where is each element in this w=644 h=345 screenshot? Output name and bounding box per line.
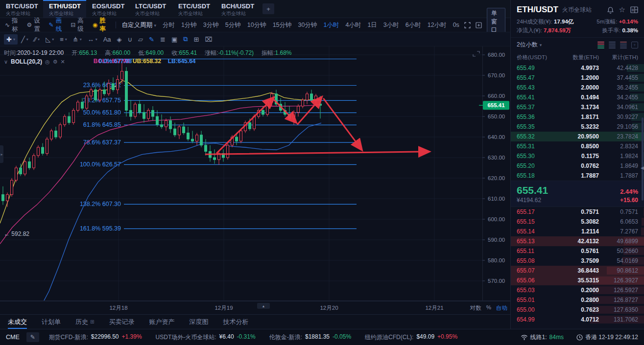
delete-tool[interactable]: ⌧ [202,34,215,45]
ask-row[interactable]: 655.3220.950023.7824 [511,132,644,141]
ask-row[interactable]: 655.410.149434.2455 [511,92,644,102]
book-mode-bid-icon[interactable] [620,42,627,48]
tab-深度图[interactable]: 深度图 [189,315,208,329]
scale-对数[interactable]: 对数 [470,304,481,312]
bid-row[interactable]: 655.1342.413249.6899 [511,236,644,246]
ask-row[interactable]: 655.494.997342.4428 [511,63,644,73]
ask-row[interactable]: 655.181.78871.7887 [511,171,644,181]
collapse-axis-button[interactable]: ▲ [257,303,270,309]
chevron-down-icon[interactable]: ▾ [26,37,28,42]
trend-line-tool[interactable]: ╱▾ [19,34,31,45]
decimal-dropdown[interactable]: 2位小数▾ [517,41,542,49]
ask-row[interactable]: 655.300.11751.9824 [511,151,644,161]
pair-tab-etc[interactable]: ETC/USDT火币全球站 [172,0,215,18]
period-30分钟[interactable]: 30分钟 [298,21,317,29]
period-3小时[interactable]: 3小时 [383,21,399,29]
parallel-channel-tool[interactable]: ∕∕▾ [32,34,42,45]
period-4小时[interactable]: 4小时 [345,21,361,29]
snapshot-tool[interactable]: ⊞ [191,34,202,45]
pair-tab-eos[interactable]: EOS/USDT火币全球站 [86,0,129,18]
favorite-star-icon[interactable]: ☆ [619,5,625,14]
period-10分钟[interactable]: 10分钟 [247,21,266,29]
chevron-down-icon[interactable]: ▾ [13,37,15,42]
pair-tab-bch[interactable]: BCH/USDT火币全球站 [215,0,259,18]
period-12小时[interactable]: 12小时 [428,21,447,29]
candlestick-chart[interactable]: 23.6% 665.1238.2% 657.7550.0% 651.8061.8… [0,46,510,301]
pair-tab-btc[interactable]: BTC/USDT火币全球站 [0,0,43,18]
tab-技术分析[interactable]: 技术分析 [223,315,248,329]
lock-tool[interactable]: ▣ [169,34,180,45]
settings-button[interactable]: ⚙设置 [27,17,41,33]
draw-line-button[interactable]: ✎画线 [49,17,63,33]
close-icon[interactable]: ✕ [61,59,65,65]
alert-bell-icon[interactable] [607,6,614,14]
ask-row[interactable]: 655.432.000036.2455 [511,83,644,92]
bid-row[interactable]: 655.000.7623127.6350 [511,305,644,315]
book-mode-ask-icon[interactable] [609,42,616,48]
magnet-tool[interactable]: ∪ [125,34,135,45]
chevron-down-icon[interactable]: ▾ [38,37,40,42]
custom-period-dropdown[interactable]: 自定义周期 ▾ [121,21,156,29]
chevron-down-icon[interactable]: ▾ [52,37,54,42]
chevron-down-icon[interactable]: ▾ [65,37,67,42]
horizontal-line-tool[interactable]: ≡▾ [57,34,70,45]
line-label[interactable]: 线路1: [530,333,547,342]
chart-area[interactable]: 23.6% 665.1238.2% 657.7550.0% 651.8061.8… [0,46,510,314]
pair-tab-ltc[interactable]: LTC/USDT火币全球站 [129,0,172,18]
bid-row[interactable]: 655.110.576150.2660 [511,246,644,256]
scale-%[interactable]: % [486,304,491,312]
tab-买卖记录[interactable]: 买卖记录 [109,315,134,329]
eye-icon[interactable]: ◎ [45,59,50,65]
tab-账户资产[interactable]: 账户资产 [149,315,174,329]
period-1日[interactable]: 1日 [367,21,377,29]
measure-tool[interactable]: ↔▾ [85,34,100,45]
indicator-settings-icon[interactable]: ⚙ [53,59,58,65]
pitchfork-tool[interactable]: ⋔▾ [71,34,84,45]
bookmark-tool[interactable]: ⧉ [181,34,190,45]
bid-row[interactable]: 655.170.75710.7571 [511,207,644,217]
fullscreen-icon[interactable] [464,22,471,28]
edit-ticker-icon[interactable]: ✎ [26,332,39,342]
period-1小时[interactable]: 1小时 [323,21,339,29]
ask-row[interactable]: 655.471.200037.4455 [511,73,644,83]
advanced-button[interactable]: ⊟高级 [71,17,85,33]
bid-row[interactable]: 655.010.2800126.8727 [511,295,644,305]
crosshair-tool[interactable]: ✚▾ [4,34,18,45]
period-3分钟[interactable]: 3分钟 [203,21,219,29]
add-pair-tab-button[interactable]: + [262,3,274,14]
bid-row[interactable]: 654.994.0712131.7062 [511,315,644,324]
indicator-button[interactable]: ∿指标 [5,17,19,33]
chevron-down-icon[interactable]: ∨ [4,59,8,65]
ask-row[interactable]: 655.355.323229.1056 [511,122,644,132]
period-1分钟[interactable]: 1分钟 [181,21,197,29]
collapse-corner-icon[interactable] [473,51,480,58]
ask-row[interactable]: 655.310.85002.8324 [511,141,644,151]
ask-row[interactable]: 655.361.817130.9227 [511,112,644,122]
book-mode-both-icon[interactable] [597,42,604,48]
eraser-tool[interactable]: ▱ [136,34,145,45]
angle-tool[interactable]: ◺▾ [43,34,56,45]
add-window-icon[interactable] [476,22,482,28]
bid-row[interactable]: 655.0736.844390.8612 [511,266,644,276]
win-rate-button[interactable]: ◉胜率 [93,17,107,33]
panel-scrollbar[interactable] [642,117,644,201]
chevron-down-icon[interactable]: ▾ [95,37,97,42]
ask-row[interactable]: 655.373.173434.0961 [511,102,644,112]
text-tool[interactable]: Aa [101,34,114,45]
brush-tool[interactable]: ◈ [115,34,124,45]
period-5分钟[interactable]: 5分钟 [225,21,241,29]
scale-自动[interactable]: 自动 [496,304,507,312]
left-pane-handle[interactable]: ▸ [0,145,3,163]
bid-row[interactable]: 655.0635.5315126.3927 [511,276,644,285]
ask-row[interactable]: 655.200.07621.8649 [511,161,644,171]
tab-计划单[interactable]: 计划单 [42,315,61,329]
layout-board-icon[interactable]: B [630,6,638,13]
bid-row[interactable]: 655.030.2000126.5927 [511,285,644,295]
bid-row[interactable]: 655.141.21147.2767 [511,227,644,236]
object-tree-tool[interactable]: ≣ [158,34,168,45]
period-6小时[interactable]: 6小时 [405,21,421,29]
bid-row[interactable]: 655.083.750954.0169 [511,256,644,266]
pair-tab-eth[interactable]: ETH/USDT火币全球站 [43,0,86,18]
panel-collapse-icon[interactable]: ◀ [641,165,644,170]
pencil-tool[interactable]: ✎ [146,34,157,45]
